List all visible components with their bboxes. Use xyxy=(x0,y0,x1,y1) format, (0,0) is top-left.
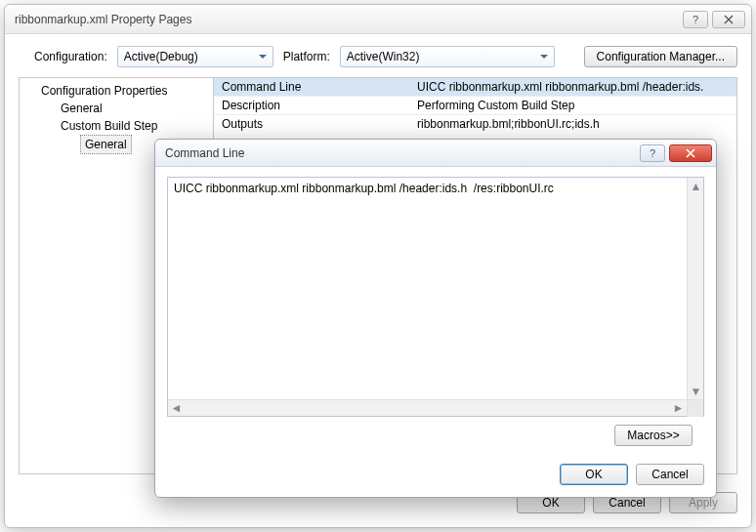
apply-label: Apply xyxy=(689,496,718,510)
scroll-left-icon[interactable]: ◄ xyxy=(168,400,185,417)
macros-button[interactable]: Macros>> xyxy=(614,425,693,446)
vertical-scrollbar[interactable]: ▲ ▼ xyxy=(687,178,703,399)
scroll-down-icon[interactable]: ▼ xyxy=(688,383,704,399)
close-icon xyxy=(724,15,734,24)
close-icon xyxy=(685,148,696,158)
configuration-manager-label: Configuration Manager... xyxy=(597,50,725,63)
property-label: Command Line xyxy=(222,80,417,94)
property-row-outputs[interactable]: Outputs ribbonmarkup.bml;ribbonUI.rc;ids… xyxy=(214,114,736,133)
property-row-description[interactable]: Description Performing Custom Build Step xyxy=(214,96,736,114)
inner-titlebar[interactable]: Command Line ? xyxy=(155,140,716,167)
tree-item-general[interactable]: General xyxy=(41,100,213,117)
close-button[interactable] xyxy=(712,11,745,28)
inner-cancel-label: Cancel xyxy=(651,468,688,481)
inner-button-row: OK Cancel xyxy=(155,454,716,497)
platform-combo[interactable]: Active(Win32) xyxy=(340,46,555,67)
configuration-label: Configuration: xyxy=(34,50,107,63)
help-button[interactable]: ? xyxy=(683,11,708,28)
inner-cancel-button[interactable]: Cancel xyxy=(636,464,704,485)
inner-ok-button[interactable]: OK xyxy=(560,464,628,485)
command-line-textarea-wrap: UICC ribbonmarkup.xml ribbonmarkup.bml /… xyxy=(167,177,704,417)
window-title: ribbonmarkup.xml Property Pages xyxy=(15,13,679,26)
command-line-textarea[interactable]: UICC ribbonmarkup.xml ribbonmarkup.bml /… xyxy=(168,178,703,399)
configuration-combo[interactable]: Active(Debug) xyxy=(117,46,273,67)
configuration-manager-button[interactable]: Configuration Manager... xyxy=(584,46,737,67)
property-row-command-line[interactable]: Command Line UICC ribbonmarkup.xml ribbo… xyxy=(214,78,736,96)
tree-root-label: Configuration Properties xyxy=(41,84,167,98)
scroll-right-icon[interactable]: ► xyxy=(670,400,687,417)
scroll-up-icon[interactable]: ▲ xyxy=(688,178,704,194)
tree-item-label: Custom Build Step xyxy=(61,119,157,133)
scrollbar-corner xyxy=(687,400,703,417)
platform-label: Platform: xyxy=(283,50,330,63)
horizontal-scrollbar[interactable]: ◄ ► xyxy=(168,399,703,416)
ok-label: OK xyxy=(542,496,559,510)
cancel-label: Cancel xyxy=(609,496,645,510)
property-value: ribbonmarkup.bml;ribbonUI.rc;ids.h xyxy=(417,117,729,131)
tree-item-selected-label: General xyxy=(80,135,132,154)
platform-value: Active(Win32) xyxy=(347,50,420,63)
command-line-dialog: Command Line ? UICC ribbonmarkup.xml rib… xyxy=(154,139,717,498)
inner-ok-label: OK xyxy=(585,468,602,481)
inner-title: Command Line xyxy=(165,146,640,160)
tree-item-label: General xyxy=(61,102,103,115)
inner-close-button[interactable] xyxy=(669,144,712,162)
configuration-value: Active(Debug) xyxy=(124,50,198,63)
inner-help-button[interactable]: ? xyxy=(640,144,665,162)
inner-body: UICC ribbonmarkup.xml ribbonmarkup.bml /… xyxy=(155,167,716,454)
macros-label: Macros>> xyxy=(627,429,679,442)
property-value: UICC ribbonmarkup.xml ribbonmarkup.bml /… xyxy=(417,80,729,94)
property-label: Description xyxy=(222,99,417,112)
titlebar[interactable]: ribbonmarkup.xml Property Pages ? xyxy=(5,5,751,34)
configuration-row: Configuration: Active(Debug) Platform: A… xyxy=(5,34,751,77)
property-value: Performing Custom Build Step xyxy=(417,99,729,112)
property-label: Outputs xyxy=(222,117,417,131)
